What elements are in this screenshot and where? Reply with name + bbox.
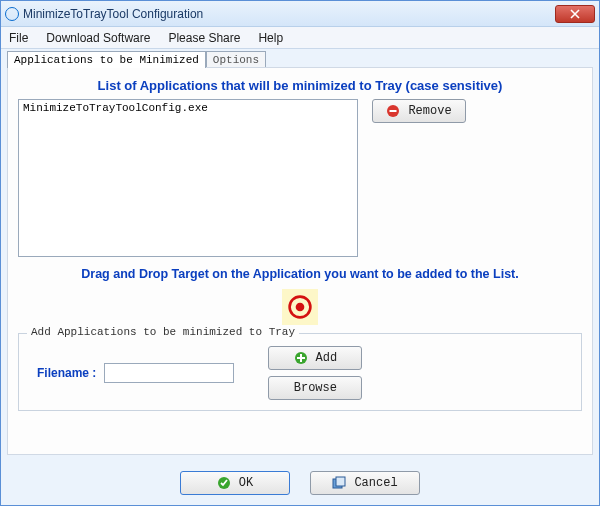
group-legend: Add Applications to be minimized to Tray <box>27 326 299 338</box>
tab-options[interactable]: Options <box>206 51 266 68</box>
browse-button-label: Browse <box>294 381 337 395</box>
target-icon <box>287 294 313 320</box>
cancel-button[interactable]: Cancel <box>310 471 420 495</box>
add-icon <box>294 351 308 365</box>
app-icon <box>5 7 19 21</box>
svg-point-3 <box>296 303 305 312</box>
remove-button[interactable]: Remove <box>372 99 466 123</box>
cancel-button-label: Cancel <box>354 476 397 490</box>
app-window: MinimizeToTrayTool Configuration File Do… <box>0 0 600 506</box>
window-title: MinimizeToTrayTool Configuration <box>23 7 203 21</box>
svg-rect-9 <box>336 477 345 486</box>
cancel-icon <box>332 476 346 490</box>
drag-target[interactable] <box>282 289 318 325</box>
tab-panel-applications: List of Applications that will be minimi… <box>7 67 593 455</box>
menu-help[interactable]: Help <box>258 31 283 45</box>
drag-heading: Drag and Drop Target on the Application … <box>18 267 582 281</box>
filename-input[interactable] <box>104 363 234 383</box>
ok-icon <box>217 476 231 490</box>
list-heading: List of Applications that will be minimi… <box>18 78 582 93</box>
svg-rect-6 <box>297 357 305 359</box>
add-application-group: Add Applications to be minimized to Tray… <box>18 333 582 411</box>
ok-button[interactable]: OK <box>180 471 290 495</box>
menubar: File Download Software Please Share Help <box>1 27 599 49</box>
close-icon <box>570 9 580 19</box>
titlebar: MinimizeToTrayTool Configuration <box>1 1 599 27</box>
filename-label: Filename : <box>37 366 96 380</box>
menu-please-share[interactable]: Please Share <box>168 31 240 45</box>
applications-listbox[interactable]: MinimizeToTrayToolConfig.exe <box>18 99 358 257</box>
content-area: Applications to be Minimized Options Lis… <box>1 49 599 461</box>
tab-strip: Applications to be Minimized Options <box>7 51 593 68</box>
ok-button-label: OK <box>239 476 253 490</box>
close-button[interactable] <box>555 5 595 23</box>
remove-button-label: Remove <box>408 104 451 118</box>
menu-file[interactable]: File <box>9 31 28 45</box>
add-button[interactable]: Add <box>268 346 362 370</box>
browse-button[interactable]: Browse <box>268 376 362 400</box>
dialog-button-bar: OK Cancel <box>1 461 599 505</box>
remove-icon <box>386 104 400 118</box>
svg-rect-1 <box>390 110 397 112</box>
add-button-label: Add <box>316 351 338 365</box>
tab-applications[interactable]: Applications to be Minimized <box>7 51 206 68</box>
list-item[interactable]: MinimizeToTrayToolConfig.exe <box>23 102 353 114</box>
menu-download-software[interactable]: Download Software <box>46 31 150 45</box>
